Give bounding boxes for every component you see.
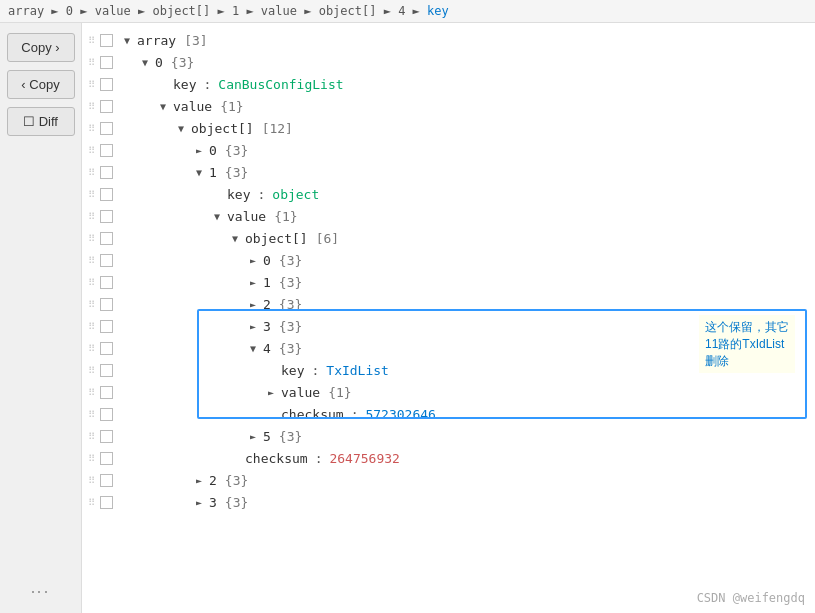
drag-handle[interactable]: ⠿ bbox=[86, 343, 97, 354]
node-colon: : bbox=[203, 77, 211, 92]
tree-toggle[interactable] bbox=[247, 277, 259, 288]
row-content: value{1} bbox=[117, 385, 815, 400]
drag-handle[interactable]: ⠿ bbox=[86, 365, 97, 376]
tree-row[interactable]: ⠿0{3} bbox=[82, 139, 815, 161]
drag-handle[interactable]: ⠿ bbox=[86, 475, 97, 486]
row-checkbox[interactable] bbox=[100, 34, 113, 47]
tree-row[interactable]: ⠿array[3] bbox=[82, 29, 815, 51]
tree-toggle[interactable] bbox=[247, 299, 259, 310]
drag-handle[interactable]: ⠿ bbox=[86, 277, 97, 288]
drag-handle[interactable]: ⠿ bbox=[86, 453, 97, 464]
tree-toggle[interactable] bbox=[247, 431, 259, 442]
copy-right-button[interactable]: Copy › bbox=[7, 33, 75, 62]
tree-toggle[interactable] bbox=[121, 35, 133, 46]
row-checkbox[interactable] bbox=[100, 122, 113, 135]
node-label: 0 bbox=[263, 253, 271, 268]
node-type: {3} bbox=[279, 341, 302, 356]
drag-handle[interactable]: ⠿ bbox=[86, 57, 97, 68]
tree-toggle[interactable] bbox=[247, 343, 259, 354]
tree-row[interactable]: ⠿object[][6] bbox=[82, 227, 815, 249]
tree-row[interactable]: ⠿2{3} bbox=[82, 293, 815, 315]
drag-handle[interactable]: ⠿ bbox=[86, 299, 97, 310]
tree-toggle[interactable] bbox=[193, 167, 205, 178]
tree-toggle[interactable] bbox=[211, 211, 223, 222]
tree-row[interactable]: ⠿value{1} bbox=[82, 205, 815, 227]
row-checkbox[interactable] bbox=[100, 474, 113, 487]
drag-handle[interactable]: ⠿ bbox=[86, 189, 97, 200]
tree-row[interactable]: ⠿value{1} bbox=[82, 381, 815, 403]
tree-row[interactable]: ⠿0{3} bbox=[82, 51, 815, 73]
drag-handle[interactable]: ⠿ bbox=[86, 255, 97, 266]
tree-toggle[interactable] bbox=[265, 387, 277, 398]
tree-row[interactable]: ⠿5{3} bbox=[82, 425, 815, 447]
drag-handle[interactable]: ⠿ bbox=[86, 35, 97, 46]
drag-handle[interactable]: ⠿ bbox=[86, 409, 97, 420]
row-content: 4{3} bbox=[117, 341, 815, 356]
copy-left-button[interactable]: ‹ Copy bbox=[7, 70, 75, 99]
drag-handle[interactable]: ⠿ bbox=[86, 101, 97, 112]
tree-row[interactable]: ⠿1{3} bbox=[82, 161, 815, 183]
row-checkbox[interactable] bbox=[100, 144, 113, 157]
row-checkbox[interactable] bbox=[100, 254, 113, 267]
tree-toggle[interactable] bbox=[193, 475, 205, 486]
tree-row[interactable]: ⠿3{3} bbox=[82, 491, 815, 513]
drag-handle[interactable]: ⠿ bbox=[86, 211, 97, 222]
tree-toggle[interactable] bbox=[193, 145, 205, 156]
drag-handle[interactable]: ⠿ bbox=[86, 79, 97, 90]
row-checkbox[interactable] bbox=[100, 188, 113, 201]
tree-toggle[interactable] bbox=[247, 321, 259, 332]
row-checkbox[interactable] bbox=[100, 496, 113, 509]
row-checkbox[interactable] bbox=[100, 342, 113, 355]
drag-handle[interactable]: ⠿ bbox=[86, 167, 97, 178]
row-checkbox[interactable] bbox=[100, 430, 113, 443]
drag-handle[interactable]: ⠿ bbox=[86, 321, 97, 332]
row-checkbox[interactable] bbox=[100, 408, 113, 421]
node-value: TxIdList bbox=[326, 363, 389, 378]
tree-row[interactable]: ⠿ key:object bbox=[82, 183, 815, 205]
row-gutter: ⠿ bbox=[82, 254, 117, 267]
drag-handle[interactable]: ⠿ bbox=[86, 387, 97, 398]
diff-button[interactable]: ☐ Diff bbox=[7, 107, 75, 136]
node-label: 2 bbox=[209, 473, 217, 488]
row-checkbox[interactable] bbox=[100, 364, 113, 377]
node-label: key bbox=[173, 77, 196, 92]
row-checkbox[interactable] bbox=[100, 386, 113, 399]
tree-toggle[interactable] bbox=[247, 255, 259, 266]
tree-row[interactable]: ⠿4{3} bbox=[82, 337, 815, 359]
tree-row[interactable]: ⠿1{3} bbox=[82, 271, 815, 293]
tree-toggle[interactable] bbox=[139, 57, 151, 68]
row-checkbox[interactable] bbox=[100, 100, 113, 113]
tree-row[interactable]: ⠿ checksum:572302646 bbox=[82, 403, 815, 425]
tree-row[interactable]: ⠿ checksum:264756932 bbox=[82, 447, 815, 469]
node-type: {3} bbox=[279, 253, 302, 268]
tree-row[interactable]: ⠿ key:CanBusConfigList bbox=[82, 73, 815, 95]
tree-toggle[interactable] bbox=[229, 233, 241, 244]
row-checkbox[interactable] bbox=[100, 320, 113, 333]
toolbar-more-dots[interactable]: ⋮ bbox=[30, 583, 51, 603]
tree-toggle[interactable] bbox=[193, 497, 205, 508]
row-checkbox[interactable] bbox=[100, 166, 113, 179]
row-checkbox[interactable] bbox=[100, 276, 113, 289]
row-checkbox[interactable] bbox=[100, 56, 113, 69]
row-checkbox[interactable] bbox=[100, 78, 113, 91]
drag-handle[interactable]: ⠿ bbox=[86, 497, 97, 508]
drag-handle[interactable]: ⠿ bbox=[86, 431, 97, 442]
node-colon: : bbox=[257, 187, 265, 202]
tree-row[interactable]: ⠿0{3} bbox=[82, 249, 815, 271]
row-checkbox[interactable] bbox=[100, 298, 113, 311]
row-checkbox[interactable] bbox=[100, 452, 113, 465]
tree-row[interactable]: ⠿ key:TxIdList bbox=[82, 359, 815, 381]
row-content: object[][6] bbox=[117, 231, 815, 246]
tree-toggle[interactable] bbox=[157, 101, 169, 112]
tree-row[interactable]: ⠿object[][12] bbox=[82, 117, 815, 139]
drag-handle[interactable]: ⠿ bbox=[86, 145, 97, 156]
row-checkbox[interactable] bbox=[100, 210, 113, 223]
row-checkbox[interactable] bbox=[100, 232, 113, 245]
tree-panel[interactable]: 这个保留，其它11路的TxIdList删除 ⠿array[3]⠿0{3}⠿ ke… bbox=[82, 23, 815, 613]
tree-toggle[interactable] bbox=[175, 123, 187, 134]
tree-row[interactable]: ⠿value{1} bbox=[82, 95, 815, 117]
tree-row[interactable]: ⠿2{3} bbox=[82, 469, 815, 491]
tree-row[interactable]: ⠿3{3} bbox=[82, 315, 815, 337]
drag-handle[interactable]: ⠿ bbox=[86, 233, 97, 244]
drag-handle[interactable]: ⠿ bbox=[86, 123, 97, 134]
